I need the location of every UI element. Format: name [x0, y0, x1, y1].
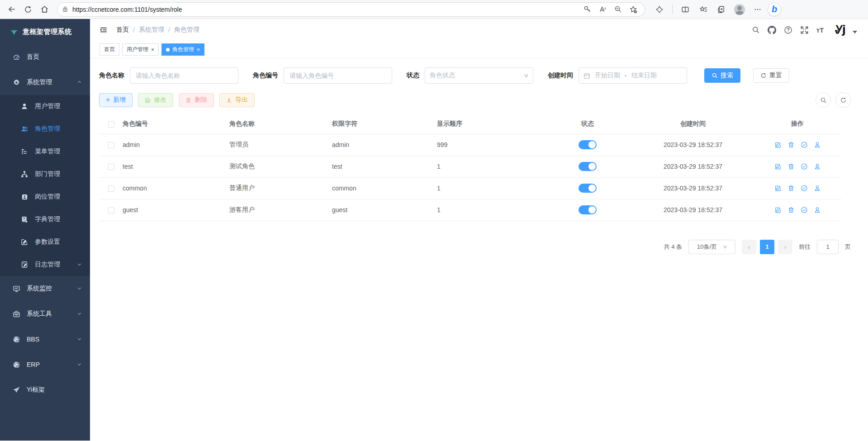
sidebar-item-posts[interactable]: 岗位管理: [0, 185, 90, 208]
sidebar-item-label: 首页: [27, 53, 39, 61]
export-button[interactable]: 导出: [219, 93, 255, 107]
row-edit-icon[interactable]: [774, 206, 782, 213]
back-icon[interactable]: [4, 2, 20, 17]
next-page-button[interactable]: ›: [778, 240, 792, 254]
search-button[interactable]: 搜索: [704, 68, 740, 83]
breadcrumb-home[interactable]: 首页: [116, 26, 129, 34]
github-icon[interactable]: [768, 26, 776, 34]
row-data-scope-icon[interactable]: [801, 206, 808, 213]
row-delete-icon[interactable]: [787, 163, 795, 170]
row-delete-icon[interactable]: [787, 185, 795, 192]
home-icon[interactable]: [36, 2, 52, 17]
favorites-bar-icon[interactable]: [695, 2, 711, 17]
show-search-toggle-button[interactable]: [816, 92, 831, 108]
read-aloud-icon[interactable]: [596, 3, 609, 16]
row-assign-user-icon[interactable]: [814, 185, 821, 192]
date-range-picker[interactable]: 开始日期 - 结束日期: [579, 67, 687, 84]
copilot-icon[interactable]: b: [768, 3, 781, 16]
status-toggle[interactable]: [579, 184, 597, 193]
sidebar-item-erp[interactable]: ERP: [0, 352, 90, 377]
zoom-out-icon[interactable]: [611, 3, 625, 16]
sidebar-item-tools[interactable]: 系统工具: [0, 301, 90, 327]
row-assign-user-icon[interactable]: [814, 141, 821, 148]
app-title: 意框架管理系统: [23, 28, 72, 36]
select-all-checkbox[interactable]: [108, 121, 114, 128]
tab-user-management[interactable]: 用户管理 ×: [122, 43, 159, 56]
sidebar-item-label: 岗位管理: [35, 193, 60, 201]
role-name-input[interactable]: [130, 67, 238, 84]
table-toolbar: + 新增 修改 删除 导出: [99, 92, 851, 108]
sidebar-item-roles[interactable]: 角色管理: [0, 118, 90, 140]
breadcrumb-system: 系统管理: [139, 26, 164, 34]
row-checkbox[interactable]: [108, 207, 114, 213]
caret-down-icon[interactable]: [853, 31, 857, 33]
favorite-add-icon[interactable]: [626, 3, 640, 16]
page-1-button[interactable]: 1: [760, 240, 774, 254]
search-icon[interactable]: [752, 26, 760, 34]
more-options-icon[interactable]: [749, 2, 766, 17]
sidebar-item-departments[interactable]: 部门管理: [0, 163, 90, 185]
sidebar-item-dictionary[interactable]: 字典管理: [0, 208, 90, 231]
tab-role-management[interactable]: 角色管理 ×: [161, 43, 204, 56]
goto-page-input[interactable]: [817, 240, 839, 254]
sidebar-item-users[interactable]: 用户管理: [0, 95, 90, 118]
row-data-scope-icon[interactable]: [801, 185, 808, 192]
delete-button[interactable]: 删除: [179, 93, 214, 107]
filter-form: 角色名称 角色编号 状态 角色状态 ∨ 创建时间 开始日期 - 结束日期: [99, 67, 868, 84]
status-select-placeholder: 角色状态: [430, 71, 455, 80]
row-data-scope-icon[interactable]: [801, 163, 808, 170]
user-logo-avatar[interactable]: Ꮍj: [835, 24, 845, 36]
font-size-icon[interactable]: тT: [816, 26, 824, 34]
split-screen-icon[interactable]: [677, 2, 693, 17]
sidebar-item-parameters[interactable]: 参数设置: [0, 231, 90, 253]
sidebar-item-yi-framework[interactable]: Yi框架: [0, 377, 90, 403]
role-code-input[interactable]: [284, 67, 392, 84]
row-delete-icon[interactable]: [787, 141, 795, 148]
row-delete-icon[interactable]: [787, 206, 795, 213]
row-edit-icon[interactable]: [774, 141, 782, 148]
prev-page-button[interactable]: ‹: [742, 240, 756, 254]
sidebar-item-system[interactable]: 系统管理: [0, 70, 90, 95]
status-toggle[interactable]: [579, 162, 597, 171]
app-logo[interactable]: 意框架管理系统: [0, 19, 90, 44]
row-assign-user-icon[interactable]: [814, 206, 821, 213]
lock-icon[interactable]: [62, 6, 68, 13]
tab-home[interactable]: 首页: [100, 43, 119, 56]
close-icon[interactable]: ×: [151, 47, 154, 53]
sidebar-item-home[interactable]: 首页: [0, 44, 90, 70]
row-edit-icon[interactable]: [774, 185, 782, 192]
export-button-label: 导出: [235, 96, 248, 104]
collections-icon[interactable]: [713, 2, 730, 17]
password-key-icon[interactable]: [580, 3, 594, 16]
url-input[interactable]: [72, 6, 580, 13]
row-checkbox[interactable]: [108, 185, 114, 192]
page-size-select[interactable]: 10条/页 ∨: [688, 240, 735, 254]
help-icon[interactable]: [784, 26, 792, 34]
add-button[interactable]: + 新增: [99, 93, 133, 107]
row-checkbox[interactable]: [108, 164, 114, 170]
profile-avatar[interactable]: [731, 2, 748, 17]
row-checkbox[interactable]: [108, 142, 114, 148]
sidebar-item-menus[interactable]: 菜单管理: [0, 140, 90, 163]
extensions-icon[interactable]: [651, 2, 668, 17]
edit-button[interactable]: 修改: [138, 93, 173, 107]
status-toggle[interactable]: [579, 140, 597, 149]
sidebar-item-monitor[interactable]: 系统监控: [0, 276, 90, 301]
sidebar-item-bbs[interactable]: BBS: [0, 327, 90, 352]
status-toggle[interactable]: [579, 205, 597, 214]
refresh-icon[interactable]: [20, 2, 36, 17]
sidebar-item-logs[interactable]: 日志管理: [0, 253, 90, 276]
row-assign-user-icon[interactable]: [814, 163, 821, 170]
sidebar-collapse-icon[interactable]: [99, 26, 108, 34]
close-icon[interactable]: ×: [197, 47, 200, 53]
row-edit-icon[interactable]: [774, 163, 782, 170]
row-data-scope-icon[interactable]: [801, 141, 808, 148]
status-select[interactable]: 角色状态 ∨: [425, 67, 533, 84]
globe-icon: [12, 361, 20, 369]
reset-button[interactable]: 重置: [753, 68, 789, 83]
users-group-icon: [20, 125, 28, 133]
address-bar[interactable]: [57, 2, 645, 17]
cell-role-name: 游客用户: [229, 199, 332, 221]
fullscreen-icon[interactable]: [800, 26, 809, 34]
refresh-table-button[interactable]: [835, 92, 851, 108]
